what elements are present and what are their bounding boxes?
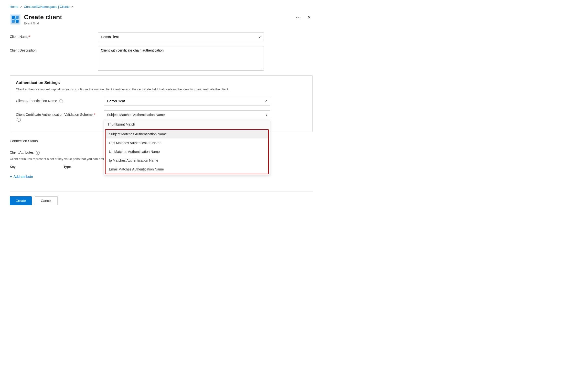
dropdown-option-email[interactable]: Email Matches Authentication Name	[106, 165, 268, 174]
close-button[interactable]: ×	[306, 14, 313, 21]
client-attributes-label: Client Attributes i	[10, 148, 93, 155]
breadcrumb-sep1: >	[20, 5, 22, 9]
validation-scheme-dropdown[interactable]: Subject Matches Authentication Name	[104, 110, 270, 119]
dropdown-option-ip[interactable]: Ip Matches Authentication Name	[106, 156, 268, 165]
auth-name-info-icon[interactable]: i	[59, 99, 63, 103]
header-left: Create client Event Grid	[10, 14, 62, 25]
breadcrumb: Home > ContosoEGNamespace | Clients >	[10, 5, 313, 9]
auth-name-input-wrapper: ✓	[104, 97, 270, 106]
client-name-row: Client Name* ✓	[10, 32, 313, 41]
dropdown-option-dns[interactable]: Dns Matches Authentication Name	[106, 139, 268, 147]
validation-scheme-label: Client Certificate Authentication Valida…	[16, 110, 99, 122]
dropdown-option-thumbprint[interactable]: Thumbprint Match	[104, 120, 270, 129]
add-attribute-label: Add attribute	[14, 175, 33, 179]
breadcrumb-sep2: >	[71, 5, 73, 9]
client-description-row: Client Description Client with certifica…	[10, 46, 313, 70]
cancel-button[interactable]: Cancel	[35, 196, 58, 205]
breadcrumb-namespace[interactable]: ContosoEGNamespace | Clients	[24, 5, 70, 9]
client-description-label: Client Description	[10, 46, 93, 53]
auth-name-label: Client Authentication Name i	[16, 97, 99, 104]
more-options-button[interactable]: ···	[294, 14, 303, 21]
connection-status-label: Connection Status	[10, 137, 93, 144]
attr-key-header: Key	[10, 165, 59, 168]
event-grid-icon	[10, 14, 21, 25]
auth-settings-title: Authentication Settings	[16, 81, 307, 85]
create-button[interactable]: Create	[10, 196, 32, 205]
auth-settings-section: Authentication Settings Client authentic…	[10, 75, 313, 132]
dropdown-option-uri[interactable]: Uri Matches Authentication Name	[106, 147, 268, 156]
dropdown-selected-value: Subject Matches Authentication Name	[107, 113, 165, 117]
validation-scheme-row: Client Certificate Authentication Valida…	[16, 110, 307, 122]
page-title: Create client	[24, 14, 62, 21]
client-name-input-wrapper: ✓	[98, 32, 264, 41]
validation-required-star: *	[94, 112, 95, 116]
auth-name-row: Client Authentication Name i ✓	[16, 97, 307, 106]
validation-dropdown-menu: Thumbprint Match Subject Matches Authent…	[104, 120, 270, 175]
footer-divider	[10, 187, 313, 187]
validation-scheme-dropdown-wrapper: Subject Matches Authentication Name ∨ Th…	[104, 110, 270, 119]
add-attribute-icon: +	[10, 174, 12, 179]
add-attribute-button[interactable]: + Add attribute	[10, 173, 33, 180]
dropdown-option-subject[interactable]: Subject Matches Authentication Name	[106, 130, 268, 139]
svg-rect-2	[12, 16, 15, 19]
auth-settings-description: Client authentication settings allow you…	[16, 87, 307, 92]
breadcrumb-home[interactable]: Home	[10, 5, 18, 9]
auth-name-check-icon: ✓	[264, 99, 268, 103]
client-name-input[interactable]	[98, 32, 264, 41]
footer-buttons: Create Cancel	[10, 191, 313, 205]
page-subtitle: Event Grid	[24, 22, 62, 25]
svg-rect-5	[16, 20, 19, 23]
client-attributes-info-icon[interactable]: i	[36, 151, 40, 155]
header-actions: ··· ×	[294, 14, 313, 21]
validation-info-icon[interactable]: i	[17, 118, 21, 122]
header-title-group: Create client Event Grid	[24, 14, 62, 25]
highlighted-options-group: Subject Matches Authentication Name Dns …	[105, 129, 269, 174]
page-header: Create client Event Grid ··· ×	[10, 14, 313, 25]
svg-rect-4	[12, 20, 15, 23]
auth-name-input[interactable]	[104, 97, 270, 106]
svg-point-6	[14, 18, 16, 20]
required-indicator: *	[29, 35, 30, 39]
check-icon: ✓	[258, 35, 261, 39]
client-name-label: Client Name*	[10, 32, 93, 39]
svg-rect-3	[16, 16, 19, 19]
client-description-textarea[interactable]: Client with certificate chain authentica…	[98, 46, 264, 70]
